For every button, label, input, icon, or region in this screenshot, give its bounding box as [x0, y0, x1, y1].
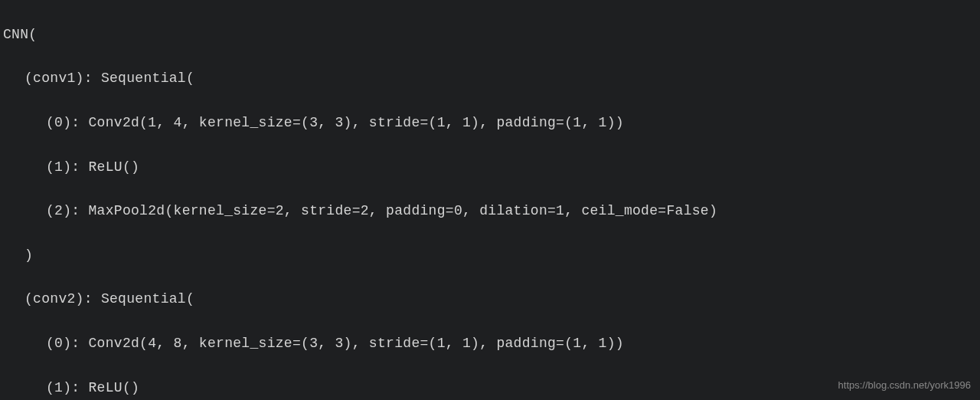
code-line: )	[3, 244, 977, 267]
code-line: (1): ReLU()	[3, 377, 977, 399]
code-line: (conv1): Sequential(	[3, 67, 977, 90]
code-line: (2): MaxPool2d(kernel_size=2, stride=2, …	[3, 200, 977, 222]
watermark-text: https://blog.csdn.net/york1996	[838, 378, 971, 394]
code-line: (0): Conv2d(4, 8, kernel_size=(3, 3), st…	[3, 333, 977, 355]
code-line: (conv2): Sequential(	[3, 288, 977, 310]
code-line: CNN(	[3, 24, 977, 46]
code-line: (0): Conv2d(1, 4, kernel_size=(3, 3), st…	[3, 112, 977, 134]
code-line: (1): ReLU()	[3, 156, 977, 179]
model-summary-output: CNN( (conv1): Sequential( (0): Conv2d(1,…	[3, 2, 977, 400]
